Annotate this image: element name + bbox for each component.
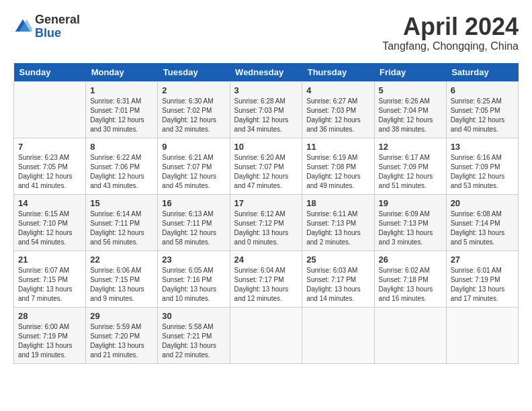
calendar-cell (374, 307, 446, 363)
calendar-cell: 4Sunrise: 6:27 AM Sunset: 7:03 PM Daylig… (302, 81, 374, 138)
day-info: Sunrise: 6:07 AM Sunset: 7:15 PM Dayligh… (18, 266, 81, 304)
calendar-cell: 17Sunrise: 6:12 AM Sunset: 7:12 PM Dayli… (230, 194, 302, 250)
day-number: 13 (451, 142, 514, 152)
day-info: Sunrise: 6:06 AM Sunset: 7:15 PM Dayligh… (90, 266, 153, 304)
calendar-cell: 18Sunrise: 6:11 AM Sunset: 7:13 PM Dayli… (302, 194, 374, 250)
day-number: 19 (379, 198, 442, 208)
day-info: Sunrise: 6:17 AM Sunset: 7:09 PM Dayligh… (379, 153, 442, 191)
page-header: General Blue April 2024 Tangfang, Chongq… (13, 13, 519, 52)
calendar-cell: 26Sunrise: 6:02 AM Sunset: 7:18 PM Dayli… (374, 250, 446, 307)
day-info: Sunrise: 6:12 AM Sunset: 7:12 PM Dayligh… (234, 210, 298, 247)
calendar-header-row: SundayMondayTuesdayWednesdayThursdayFrid… (14, 63, 519, 82)
calendar-week-1: 1Sunrise: 6:31 AM Sunset: 7:01 PM Daylig… (14, 81, 519, 138)
day-info: Sunrise: 6:22 AM Sunset: 7:06 PM Dayligh… (90, 153, 153, 191)
day-number: 27 (451, 255, 514, 265)
calendar-cell: 15Sunrise: 6:14 AM Sunset: 7:11 PM Dayli… (86, 194, 158, 250)
day-info: Sunrise: 6:26 AM Sunset: 7:04 PM Dayligh… (379, 97, 442, 134)
day-number: 29 (90, 311, 153, 321)
calendar-week-4: 21Sunrise: 6:07 AM Sunset: 7:15 PM Dayli… (14, 250, 519, 307)
day-info: Sunrise: 6:27 AM Sunset: 7:03 PM Dayligh… (306, 97, 369, 134)
calendar-cell: 9Sunrise: 6:21 AM Sunset: 7:07 PM Daylig… (158, 138, 230, 194)
day-info: Sunrise: 6:16 AM Sunset: 7:09 PM Dayligh… (451, 153, 514, 191)
month-title: April 2024 (382, 13, 519, 40)
calendar-cell: 22Sunrise: 6:06 AM Sunset: 7:15 PM Dayli… (86, 250, 158, 307)
calendar-cell: 6Sunrise: 6:25 AM Sunset: 7:05 PM Daylig… (446, 81, 518, 138)
day-number: 18 (306, 198, 369, 208)
day-number: 28 (18, 311, 81, 321)
calendar-cell (230, 307, 302, 363)
day-header-sunday: Sunday (14, 63, 86, 82)
day-number: 5 (379, 85, 442, 95)
calendar-cell (14, 81, 86, 138)
day-info: Sunrise: 6:25 AM Sunset: 7:05 PM Dayligh… (451, 97, 514, 134)
logo: General Blue (13, 13, 80, 40)
day-info: Sunrise: 6:08 AM Sunset: 7:14 PM Dayligh… (451, 210, 514, 247)
day-info: Sunrise: 6:03 AM Sunset: 7:17 PM Dayligh… (306, 266, 369, 304)
day-header-monday: Monday (86, 63, 158, 82)
calendar-cell: 12Sunrise: 6:17 AM Sunset: 7:09 PM Dayli… (374, 138, 446, 194)
calendar-cell: 24Sunrise: 6:04 AM Sunset: 7:17 PM Dayli… (230, 250, 302, 307)
day-info: Sunrise: 6:31 AM Sunset: 7:01 PM Dayligh… (90, 97, 153, 134)
day-number: 9 (162, 142, 225, 152)
calendar-cell: 27Sunrise: 6:01 AM Sunset: 7:19 PM Dayli… (446, 250, 518, 307)
calendar-week-5: 28Sunrise: 6:00 AM Sunset: 7:19 PM Dayli… (14, 307, 519, 363)
calendar-cell: 16Sunrise: 6:13 AM Sunset: 7:11 PM Dayli… (158, 194, 230, 250)
calendar-cell: 23Sunrise: 6:05 AM Sunset: 7:16 PM Dayli… (158, 250, 230, 307)
calendar-cell: 10Sunrise: 6:20 AM Sunset: 7:07 PM Dayli… (230, 138, 302, 194)
calendar-cell: 19Sunrise: 6:09 AM Sunset: 7:13 PM Dayli… (374, 194, 446, 250)
day-info: Sunrise: 6:20 AM Sunset: 7:07 PM Dayligh… (234, 153, 298, 191)
title-block: April 2024 Tangfang, Chongqing, China (382, 13, 519, 52)
day-info: Sunrise: 6:02 AM Sunset: 7:18 PM Dayligh… (379, 266, 442, 304)
logo-icon (13, 17, 32, 36)
day-info: Sunrise: 5:59 AM Sunset: 7:20 PM Dayligh… (90, 322, 153, 360)
calendar-cell: 28Sunrise: 6:00 AM Sunset: 7:19 PM Dayli… (14, 307, 86, 363)
calendar-cell: 21Sunrise: 6:07 AM Sunset: 7:15 PM Dayli… (14, 250, 86, 307)
day-info: Sunrise: 5:58 AM Sunset: 7:21 PM Dayligh… (162, 322, 225, 360)
day-info: Sunrise: 6:23 AM Sunset: 7:05 PM Dayligh… (18, 153, 81, 191)
day-number: 16 (162, 198, 225, 208)
calendar-cell: 30Sunrise: 5:58 AM Sunset: 7:21 PM Dayli… (158, 307, 230, 363)
day-number: 26 (379, 255, 442, 265)
day-info: Sunrise: 6:21 AM Sunset: 7:07 PM Dayligh… (162, 153, 225, 191)
calendar-table: SundayMondayTuesdayWednesdayThursdayFrid… (13, 63, 519, 364)
calendar-cell: 5Sunrise: 6:26 AM Sunset: 7:04 PM Daylig… (374, 81, 446, 138)
day-number: 11 (306, 142, 369, 152)
day-number: 17 (234, 198, 298, 208)
day-number: 25 (306, 255, 369, 265)
day-header-tuesday: Tuesday (158, 63, 230, 82)
day-info: Sunrise: 6:19 AM Sunset: 7:08 PM Dayligh… (306, 153, 369, 191)
calendar-cell (302, 307, 374, 363)
calendar-cell: 25Sunrise: 6:03 AM Sunset: 7:17 PM Dayli… (302, 250, 374, 307)
day-number: 15 (90, 198, 153, 208)
calendar-cell: 7Sunrise: 6:23 AM Sunset: 7:05 PM Daylig… (14, 138, 86, 194)
day-info: Sunrise: 6:30 AM Sunset: 7:02 PM Dayligh… (162, 97, 225, 134)
day-number: 21 (18, 255, 81, 265)
day-header-thursday: Thursday (302, 63, 374, 82)
calendar-cell: 29Sunrise: 5:59 AM Sunset: 7:20 PM Dayli… (86, 307, 158, 363)
day-info: Sunrise: 6:15 AM Sunset: 7:10 PM Dayligh… (18, 210, 81, 247)
calendar-week-3: 14Sunrise: 6:15 AM Sunset: 7:10 PM Dayli… (14, 194, 519, 250)
day-number: 14 (18, 198, 81, 208)
day-info: Sunrise: 6:14 AM Sunset: 7:11 PM Dayligh… (90, 210, 153, 247)
day-number: 7 (18, 142, 81, 152)
day-number: 4 (306, 85, 369, 95)
logo-text: General Blue (35, 13, 80, 40)
calendar-cell: 2Sunrise: 6:30 AM Sunset: 7:02 PM Daylig… (158, 81, 230, 138)
day-info: Sunrise: 6:28 AM Sunset: 7:03 PM Dayligh… (234, 97, 298, 134)
day-header-saturday: Saturday (446, 63, 518, 82)
calendar-cell (446, 307, 518, 363)
day-number: 30 (162, 311, 225, 321)
day-info: Sunrise: 6:04 AM Sunset: 7:17 PM Dayligh… (234, 266, 298, 304)
calendar-cell: 14Sunrise: 6:15 AM Sunset: 7:10 PM Dayli… (14, 194, 86, 250)
day-number: 1 (90, 85, 153, 95)
day-number: 23 (162, 255, 225, 265)
day-number: 20 (451, 198, 514, 208)
day-number: 12 (379, 142, 442, 152)
day-header-wednesday: Wednesday (230, 63, 302, 82)
calendar-cell: 8Sunrise: 6:22 AM Sunset: 7:06 PM Daylig… (86, 138, 158, 194)
day-number: 8 (90, 142, 153, 152)
calendar-cell: 11Sunrise: 6:19 AM Sunset: 7:08 PM Dayli… (302, 138, 374, 194)
day-number: 22 (90, 255, 153, 265)
location-subtitle: Tangfang, Chongqing, China (382, 40, 519, 52)
calendar-week-2: 7Sunrise: 6:23 AM Sunset: 7:05 PM Daylig… (14, 138, 519, 194)
